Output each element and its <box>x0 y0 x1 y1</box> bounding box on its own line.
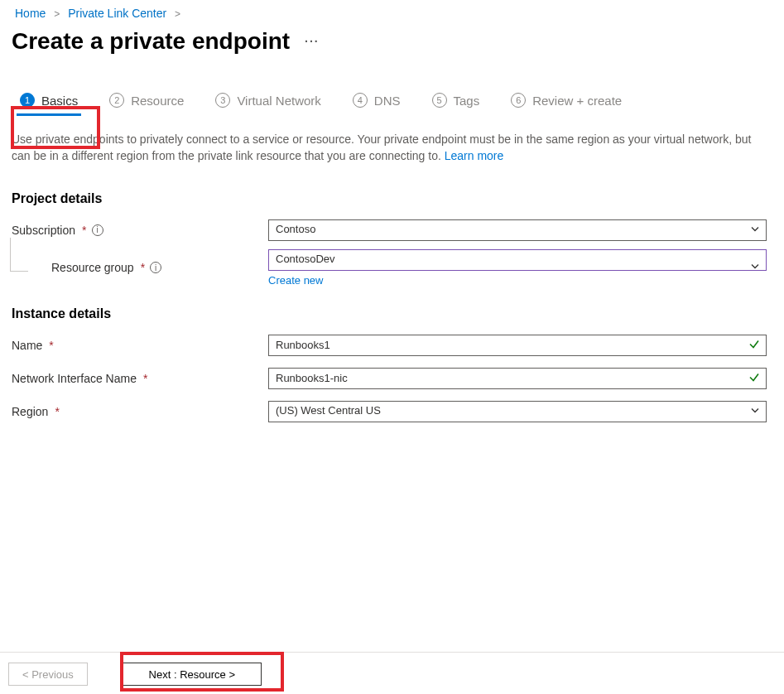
tab-number: 5 <box>432 93 447 108</box>
tab-review-create[interactable]: 6 Review + create <box>506 88 627 116</box>
nic-name-input[interactable] <box>268 368 767 389</box>
wizard-tabs: 1 Basics 2 Resource 3 Virtual Network 4 … <box>0 63 784 116</box>
check-icon <box>748 338 760 352</box>
field-label: Subscription * i <box>12 224 268 237</box>
create-new-link[interactable]: Create new <box>268 274 767 287</box>
tab-label: Review + create <box>532 94 622 108</box>
breadcrumb: Home > Private Link Center > <box>0 0 784 23</box>
page-title-text: Create a private endpoint <box>12 28 290 55</box>
label-text: Subscription <box>12 224 75 237</box>
chevron-right-icon: > <box>175 8 180 20</box>
learn-more-link[interactable]: Learn more <box>445 149 504 162</box>
previous-button[interactable]: < Previous <box>8 663 88 686</box>
subscription-select[interactable]: Contoso <box>268 219 767 241</box>
intro-text: Use private endpoints to privately conne… <box>0 128 770 171</box>
name-input[interactable] <box>268 335 767 356</box>
tab-number: 6 <box>511 93 526 108</box>
breadcrumb-home[interactable]: Home <box>15 7 46 20</box>
tab-number: 4 <box>353 93 368 108</box>
field-region: Region * (US) West Central US <box>12 398 784 426</box>
wizard-footer: < Previous Next : Resource > <box>0 652 784 694</box>
field-subscription: Subscription * i Contoso <box>12 216 784 244</box>
field-label: Resource group * i <box>12 261 268 274</box>
required-icon: * <box>141 261 145 274</box>
required-icon: * <box>55 405 59 418</box>
label-text: Network Interface Name <box>12 372 137 385</box>
page-title: Create a private endpoint ··· <box>12 28 769 55</box>
field-resource-group: Resource group * i ContosoDev Create new <box>12 249 784 287</box>
required-icon: * <box>82 224 86 237</box>
region-select[interactable]: (US) West Central US <box>268 401 767 422</box>
chevron-right-icon: > <box>54 8 60 20</box>
tab-label: Basics <box>41 94 78 108</box>
field-label: Name * <box>12 339 268 352</box>
tab-label: Virtual Network <box>237 94 320 108</box>
tab-tags[interactable]: 5 Tags <box>427 88 485 116</box>
tab-label: Tags <box>454 94 480 108</box>
tab-number: 1 <box>20 93 35 108</box>
intro-text-content: Use private endpoints to privately conne… <box>12 133 751 162</box>
tab-resource[interactable]: 2 Resource <box>104 88 189 116</box>
next-button[interactable]: Next : Resource > <box>123 663 262 686</box>
field-label: Region * <box>12 405 268 418</box>
section-title-instance: Instance details <box>12 306 784 321</box>
breadcrumb-private-link-center[interactable]: Private Link Center <box>68 7 166 20</box>
tab-basics[interactable]: 1 Basics <box>15 88 83 116</box>
resource-group-select[interactable]: ContosoDev <box>268 249 767 271</box>
tab-number: 2 <box>109 93 124 108</box>
label-text: Resource group <box>51 261 134 274</box>
field-label: Network Interface Name * <box>12 372 268 385</box>
tab-dns[interactable]: 4 DNS <box>348 88 406 116</box>
info-icon[interactable]: i <box>150 262 161 273</box>
tab-virtual-network[interactable]: 3 Virtual Network <box>210 88 325 116</box>
label-text: Name <box>12 339 42 352</box>
required-icon: * <box>143 372 147 385</box>
info-icon[interactable]: i <box>92 224 103 236</box>
more-icon[interactable]: ··· <box>305 35 320 48</box>
tab-number: 3 <box>215 93 230 108</box>
field-name: Name * <box>12 331 784 359</box>
section-title-project: Project details <box>12 191 784 206</box>
tab-label: Resource <box>131 94 184 108</box>
required-icon: * <box>49 339 53 352</box>
check-icon <box>748 371 760 385</box>
field-nic-name: Network Interface Name * <box>12 364 784 393</box>
label-text: Region <box>12 405 48 418</box>
tab-label: DNS <box>374 94 401 108</box>
